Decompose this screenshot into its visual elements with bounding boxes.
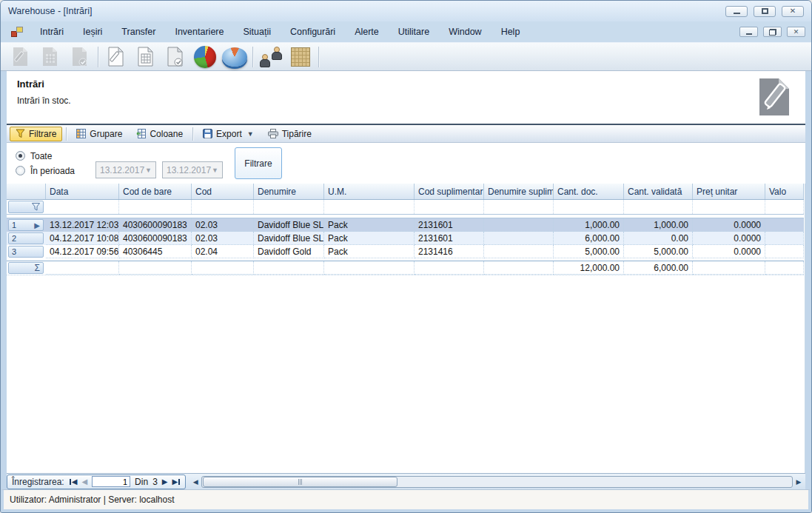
- mdi-close-button[interactable]: ✕: [787, 27, 805, 37]
- stock-button[interactable]: [286, 44, 315, 69]
- radio-in-perioada-icon[interactable]: [16, 166, 25, 175]
- cell-cod-suplimentar[interactable]: 2131601: [415, 218, 484, 232]
- tiparire-button[interactable]: Tipărire: [262, 127, 318, 141]
- last-record-button[interactable]: ▶: [172, 477, 181, 486]
- filter-cell[interactable]: [765, 200, 804, 214]
- mdi-minimize-button[interactable]: [739, 27, 758, 37]
- cell-cod[interactable]: 02.04: [192, 245, 254, 258]
- cell-um[interactable]: Pack: [324, 245, 415, 258]
- cell-cod-suplimentar[interactable]: 2131601: [415, 232, 484, 245]
- menu-alerte[interactable]: Alerte: [345, 24, 389, 39]
- mdi-restore-button[interactable]: [763, 27, 782, 37]
- cell-valoare[interactable]: [765, 245, 804, 258]
- pie-3d-chart-button[interactable]: [221, 44, 249, 69]
- row-selector[interactable]: 1 ▶: [8, 219, 44, 231]
- cell-cod-de-bare[interactable]: 4030600090183: [119, 232, 192, 245]
- row-selector[interactable]: 3: [8, 246, 44, 258]
- cell-cant-doc[interactable]: 5,000.00: [554, 245, 624, 258]
- cell-um[interactable]: Pack: [324, 232, 415, 245]
- cell-data[interactable]: 04.12.2017 10:08: [46, 232, 119, 245]
- cell-um[interactable]: Pack: [324, 218, 415, 232]
- cell-valoare[interactable]: [765, 218, 804, 232]
- previous-record-button[interactable]: ◀: [81, 477, 87, 486]
- col-denumire-suplimentar[interactable]: Denumire suplim…: [484, 184, 554, 199]
- table-row[interactable]: 2 04.12.2017 10:08 4030600090183 02.03 D…: [7, 232, 804, 245]
- radio-toate-icon[interactable]: [16, 151, 25, 161]
- cell-denumire-supl[interactable]: [484, 218, 554, 232]
- filter-cell[interactable]: [554, 200, 624, 214]
- cell-cod[interactable]: 02.03: [192, 232, 254, 245]
- scrollbar-track[interactable]: [201, 476, 793, 488]
- col-pret-unitar[interactable]: Preț unitar: [693, 184, 765, 199]
- cell-cod-de-bare[interactable]: 40306445: [119, 245, 192, 258]
- cell-pret-unitar[interactable]: 0.0000: [693, 245, 765, 258]
- minimize-button[interactable]: [725, 6, 748, 17]
- col-cant-doc[interactable]: Cant. doc.: [554, 184, 624, 199]
- col-um[interactable]: U.M.: [324, 184, 415, 199]
- cell-cant-validata[interactable]: 5,000.00: [624, 245, 693, 258]
- cell-denumire-supl[interactable]: [484, 232, 554, 245]
- cell-denumire[interactable]: Davidoff Blue SL…: [254, 218, 324, 232]
- filter-option-toate[interactable]: Toate: [16, 151, 95, 161]
- cell-valoare[interactable]: [765, 232, 804, 245]
- col-denumire[interactable]: Denumire: [254, 184, 324, 199]
- cell-data[interactable]: 13.12.2017 12:03: [46, 218, 119, 232]
- col-cod-de-bare[interactable]: Cod de bare: [119, 184, 192, 199]
- col-cant-validata[interactable]: Cant. validată: [624, 184, 693, 199]
- pie-chart-button[interactable]: [191, 44, 219, 69]
- cell-denumire[interactable]: Davidoff Gold: [254, 245, 324, 258]
- filter-cell[interactable]: [415, 200, 484, 214]
- cell-denumire[interactable]: Davidoff Blue SL…: [254, 232, 324, 245]
- cell-cod-de-bare[interactable]: 4030600090183: [119, 218, 192, 232]
- filter-cell[interactable]: [484, 200, 554, 214]
- grupare-button[interactable]: Grupare: [70, 127, 128, 141]
- col-cod-suplimentar[interactable]: Cod suplimentar: [415, 184, 484, 199]
- filter-cell[interactable]: [693, 200, 765, 214]
- next-record-button[interactable]: ▶: [162, 477, 168, 486]
- table-row[interactable]: 3 04.12.2017 09:56 40306445 02.04 Davido…: [7, 245, 804, 258]
- scroll-left-icon[interactable]: ◀: [190, 476, 201, 488]
- menu-iesiri[interactable]: Ieșiri: [73, 24, 112, 39]
- cell-pret-unitar[interactable]: 0.0000: [693, 232, 765, 245]
- date-from-picker[interactable]: 13.12.2017 ▼: [95, 161, 156, 178]
- menu-transfer[interactable]: Transfer: [112, 24, 165, 39]
- menu-window[interactable]: Window: [439, 24, 491, 39]
- cell-cant-validata[interactable]: 0.00: [624, 232, 693, 245]
- row-selector-header[interactable]: [7, 184, 46, 199]
- menu-intrari[interactable]: Intrări: [30, 24, 73, 39]
- scroll-right-icon[interactable]: ▶: [793, 476, 804, 488]
- export-button[interactable]: Export ▼: [197, 127, 260, 141]
- filter-cell[interactable]: [119, 200, 192, 214]
- cell-pret-unitar[interactable]: 0.0000: [693, 218, 765, 232]
- horizontal-scrollbar[interactable]: ◀ ▶: [190, 476, 804, 488]
- validate-document-disabled-button[interactable]: [66, 44, 94, 69]
- col-cod[interactable]: Cod: [192, 184, 254, 199]
- filter-cell[interactable]: [624, 200, 693, 214]
- scrollbar-thumb[interactable]: [203, 477, 397, 487]
- cell-cod[interactable]: 02.03: [192, 218, 254, 232]
- filter-cell[interactable]: [46, 200, 119, 214]
- cell-cod-suplimentar[interactable]: 2131416: [415, 245, 484, 258]
- menu-utilitare[interactable]: Utilitare: [389, 24, 439, 39]
- current-record-input[interactable]: [92, 476, 130, 487]
- filter-cell[interactable]: [192, 200, 254, 214]
- partners-button[interactable]: [257, 44, 285, 69]
- col-valoare[interactable]: Valo: [765, 184, 804, 199]
- filter-cell[interactable]: [324, 200, 415, 214]
- view-document-button[interactable]: [132, 44, 160, 69]
- row-selector[interactable]: 2: [8, 232, 44, 244]
- filter-option-in-perioada[interactable]: În perioada: [16, 166, 95, 176]
- filter-cell[interactable]: [254, 200, 324, 214]
- cell-data[interactable]: 04.12.2017 09:56: [46, 245, 119, 258]
- first-record-button[interactable]: ◀: [69, 477, 78, 486]
- title-bar[interactable]: Warehouse - [Intrări] ✕: [1, 1, 811, 21]
- date-to-picker[interactable]: 13.12.2017 ▼: [162, 161, 223, 178]
- apply-filter-button[interactable]: Filtrare: [235, 147, 282, 179]
- coloane-button[interactable]: Coloane: [130, 127, 189, 141]
- view-document-disabled-button[interactable]: [36, 44, 64, 69]
- export-dropdown-icon[interactable]: ▼: [247, 130, 254, 138]
- close-button[interactable]: ✕: [782, 6, 804, 17]
- menu-situatii[interactable]: Situații: [233, 24, 281, 39]
- cell-cant-doc[interactable]: 1,000.00: [554, 218, 624, 232]
- cell-cant-validata[interactable]: 1,000.00: [624, 218, 693, 232]
